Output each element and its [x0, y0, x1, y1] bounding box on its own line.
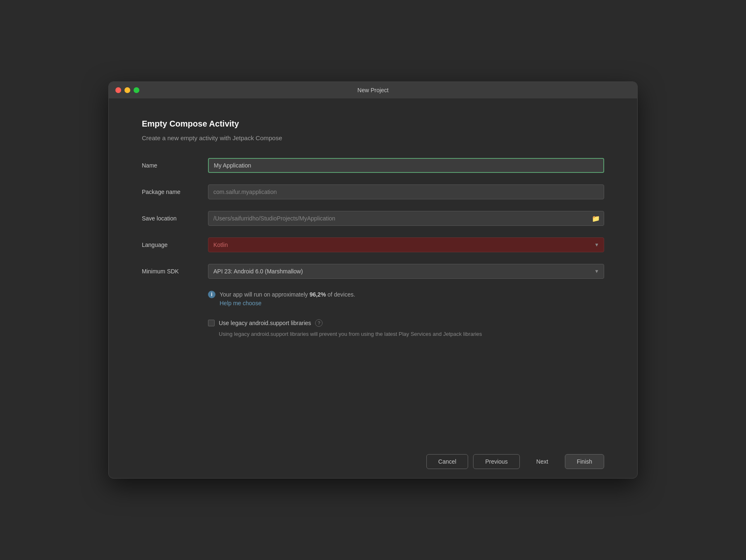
- info-text-prefix: Your app will run on approximately: [220, 291, 309, 298]
- maximize-button[interactable]: [134, 87, 139, 93]
- content-area: Empty Compose Activity Create a new empt…: [109, 98, 637, 445]
- checkbox-label: Use legacy android.support libraries: [219, 320, 311, 326]
- info-section: i Your app will run on approximately 96,…: [208, 290, 604, 308]
- package-row: Package name: [142, 184, 604, 199]
- name-input[interactable]: [208, 158, 604, 173]
- checkbox-row: Use legacy android.support libraries ?: [208, 319, 604, 327]
- language-row: Language Kotlin Java ▼: [142, 237, 604, 252]
- language-label: Language: [142, 242, 208, 248]
- traffic-lights: [115, 87, 139, 93]
- form-section: Empty Compose Activity Create a new empt…: [142, 119, 604, 433]
- legacy-support-checkbox[interactable]: [208, 320, 215, 326]
- next-button[interactable]: Next: [525, 454, 560, 469]
- min-sdk-row: Minimum SDK API 23: Android 6.0 (Marshma…: [142, 264, 604, 279]
- main-window: New Project Empty Compose Activity Creat…: [108, 81, 638, 479]
- help-me-choose-link[interactable]: Help me choose: [220, 300, 261, 306]
- info-text-bold: 96,2%: [309, 291, 326, 298]
- min-sdk-dropdown-wrapper: API 23: Android 6.0 (Marshmallow) ▼: [208, 264, 604, 279]
- close-button[interactable]: [115, 87, 121, 93]
- finish-button[interactable]: Finish: [565, 454, 604, 469]
- checkbox-description: Using legacy android.support libraries w…: [219, 330, 604, 338]
- language-select[interactable]: Kotlin Java: [208, 237, 604, 252]
- titlebar: New Project: [109, 82, 637, 98]
- save-location-row: Save location 📁: [142, 211, 604, 226]
- min-sdk-label: Minimum SDK: [142, 268, 208, 275]
- info-icon: i: [208, 291, 215, 298]
- window-title: New Project: [357, 87, 388, 93]
- name-row: Name: [142, 158, 604, 173]
- checkbox-section: Use legacy android.support libraries ? U…: [208, 319, 604, 338]
- cancel-button[interactable]: Cancel: [426, 454, 469, 469]
- package-input[interactable]: [208, 184, 604, 199]
- save-location-wrapper: 📁: [208, 211, 604, 226]
- language-dropdown-wrapper: Kotlin Java ▼: [208, 237, 604, 252]
- folder-icon[interactable]: 📁: [592, 215, 600, 223]
- info-text: Your app will run on approximately 96,2%…: [220, 290, 355, 308]
- package-label: Package name: [142, 189, 208, 195]
- save-location-input[interactable]: [208, 211, 604, 226]
- minimize-button[interactable]: [124, 87, 130, 93]
- question-icon[interactable]: ?: [315, 319, 323, 327]
- previous-button[interactable]: Previous: [473, 454, 519, 469]
- info-row: i Your app will run on approximately 96,…: [208, 290, 604, 308]
- info-text-suffix: of devices.: [326, 291, 355, 298]
- activity-title: Empty Compose Activity: [142, 119, 604, 129]
- activity-description: Create a new empty activity with Jetpack…: [142, 134, 604, 141]
- save-location-label: Save location: [142, 215, 208, 222]
- min-sdk-select[interactable]: API 23: Android 6.0 (Marshmallow): [208, 264, 604, 279]
- name-label: Name: [142, 162, 208, 169]
- footer: Cancel Previous Next Finish: [109, 445, 637, 478]
